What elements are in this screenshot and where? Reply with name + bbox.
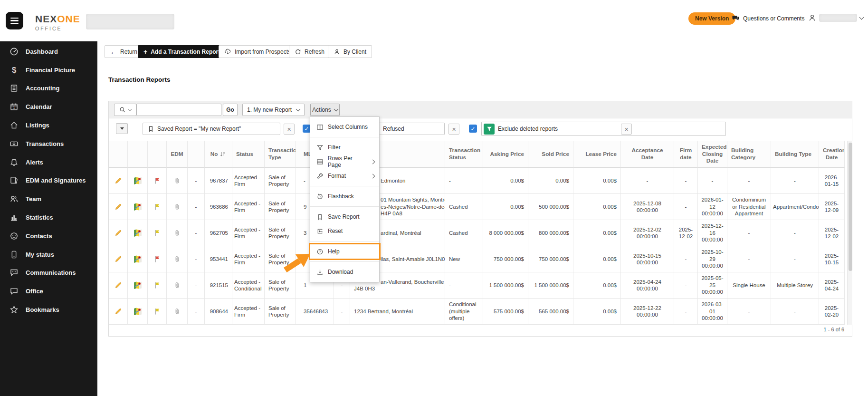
return-button[interactable]: ← Return [105,45,143,58]
edit-pencil-icon[interactable] [109,299,128,325]
cell-asking: 0.00$ [483,168,528,194]
edit-pencil-icon[interactable] [109,220,128,246]
user-menu[interactable] [808,14,863,22]
sidebar-item-calendar[interactable]: 1Calendar [0,97,97,116]
menu-item-flashback[interactable]: Flashback [310,189,379,203]
map-icon[interactable] [128,168,148,194]
menu-item-reset[interactable]: Reset [310,224,379,238]
questions-or-comments-link[interactable]: Questions or Comments [732,15,804,22]
map-icon[interactable] [128,246,148,272]
cell-asking: 575 000.00$ [483,299,528,325]
scrollbar-thumb[interactable] [849,143,852,271]
import-from-prospects-button[interactable]: Import from Prospects [219,45,296,58]
edit-pencil-icon[interactable] [109,272,128,299]
sidebar-item-financial-picture[interactable]: $Financial Picture [0,61,97,79]
actions-dropdown-menu: Select ColumnsFilterRows Per PageFormatF… [310,116,380,282]
filter-chip-exclude-deleted[interactable]: Exclude deleted reports [481,122,726,136]
menu-item-format[interactable]: Format [310,169,379,183]
map-icon[interactable] [128,272,148,299]
col-header-creation[interactable]: Creation Date [819,141,845,168]
map-icon[interactable] [128,194,148,220]
col-header-bldg_type[interactable]: Building Type [771,141,819,168]
sidebar-item-alerts[interactable]: Alerts [0,153,97,172]
attachment-icon[interactable] [167,272,188,299]
flag-icon[interactable] [148,272,167,299]
col-header-no[interactable]: No [205,141,232,168]
sidebar-item-edm-and-signatures[interactable]: EDM and Signatures [0,172,97,190]
sidebar-item-accounting[interactable]: Accounting [0,79,97,98]
menu-item-help[interactable]: ?Help [310,244,379,259]
col-header-acceptance[interactable]: Acceptance Date [621,141,674,168]
menu-item-rows-per-page[interactable]: Rows Per Page [310,155,379,169]
sidebar-item-label: Communications [26,269,76,276]
map-icon[interactable] [128,220,148,246]
go-button[interactable]: Go [223,104,238,116]
sidebar-item-team[interactable]: Team [0,190,97,208]
remove-saved-report-chip-button[interactable]: × [284,124,295,135]
exclude-deleted-checkbox[interactable]: ✓ [469,125,477,133]
menu-item-download[interactable]: Download [310,265,379,279]
edit-pencil-icon[interactable] [109,194,128,220]
my-status-icon [10,250,19,259]
cell-firm: - [674,272,698,299]
report-settings-toggle[interactable] [116,123,128,134]
col-header-status[interactable]: Status [232,141,265,168]
edit-pencil-icon[interactable] [109,246,128,272]
menu-group: FilterRows Per PageFormat [310,137,379,186]
col-header-expected[interactable]: Expected Closing Date [698,141,727,168]
by-client-button[interactable]: By Client [328,45,372,58]
col-header-attach[interactable]: EDM [167,141,188,168]
flag-icon[interactable] [148,168,167,194]
col-header-firm[interactable]: Firm date [674,141,698,168]
col-header-type[interactable]: Transaction Type [265,141,296,168]
filter-chip-saved-report[interactable]: Saved Report = "My new Report" [143,123,280,135]
col-header-asking[interactable]: Asking Price [483,141,528,168]
flag-icon[interactable] [148,194,167,220]
office-icon [10,287,19,296]
flag-icon[interactable] [148,246,167,272]
cell-type: Sale of Property [265,272,296,299]
search-options-button[interactable] [114,104,136,116]
sidebar-item-statistics[interactable]: Statistics [0,208,97,227]
remove-exclude-deleted-chip-button[interactable]: × [621,124,632,135]
cell-firm: - [674,168,698,194]
flag-icon[interactable] [148,299,167,325]
refresh-button[interactable]: Refresh [289,45,330,58]
edit-pencil-icon[interactable] [109,168,128,194]
sidebar-item-listings[interactable]: Listings [0,116,97,135]
cell-sold: 800 000.00$ [528,220,573,246]
sidebar-item-transactions[interactable]: Transactions [0,135,97,153]
cell-tx_status: - [445,168,483,194]
menu-item-save-report[interactable]: Save Report [310,210,379,224]
col-header-sold[interactable]: Sold Price [528,141,573,168]
actions-menu-button[interactable]: Actions [310,104,340,116]
attachment-icon[interactable] [167,168,188,194]
hamburger-menu-button[interactable] [6,12,23,29]
map-icon[interactable] [128,299,148,325]
attachment-icon[interactable] [167,220,188,246]
sidebar-item-my-status[interactable]: My status [0,245,97,264]
remove-refused-chip-button[interactable]: × [448,124,459,135]
menu-item-select-columns[interactable]: Select Columns [310,120,379,134]
add-transaction-report-button[interactable]: + Add a Transaction Report [138,45,226,58]
sidebar-item-office[interactable]: Office [0,282,97,300]
col-header-lease[interactable]: Lease Price [573,141,621,168]
report-select[interactable]: 1. My new Report [242,104,305,116]
sidebar-item-bookmarks[interactable]: Bookmarks [0,300,97,319]
col-header-tx_status[interactable]: Transaction Status [445,141,483,168]
sidebar-item-dashboard[interactable]: Dashboard [0,42,97,61]
new-version-button[interactable]: New Version [688,12,735,25]
attachment-icon[interactable] [167,194,188,220]
menu-item-filter[interactable]: Filter [310,140,379,155]
attachment-icon[interactable] [167,246,188,272]
table-scrollbar[interactable] [847,141,852,325]
cell-expected: 2026-03-01 00:00:00 [698,299,727,325]
sidebar-item-communications[interactable]: Communications [0,264,97,282]
flashback-icon [316,193,324,200]
transactions-icon [10,139,19,148]
search-input[interactable] [137,104,221,116]
sidebar-item-contacts[interactable]: Contacts [0,227,97,245]
col-header-bldg_cat[interactable]: Building Category [727,141,771,168]
flag-icon[interactable] [148,220,167,246]
attachment-icon[interactable] [167,299,188,325]
